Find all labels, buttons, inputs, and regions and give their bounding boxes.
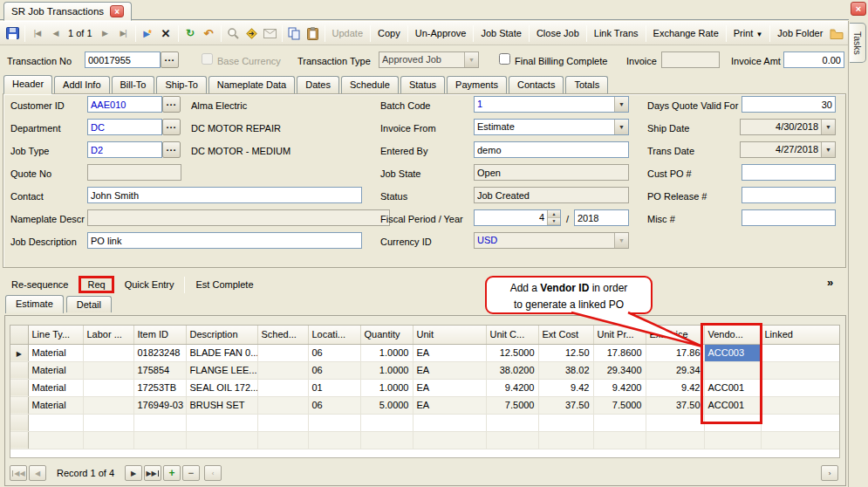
overflow-chevron-button[interactable]: » (827, 276, 833, 289)
col-header-labor[interactable]: Labor ... (83, 326, 133, 344)
col-header-sched[interactable]: Sched... (257, 326, 308, 344)
row-selector[interactable] (10, 396, 28, 414)
tab-nameplate-data[interactable]: Nameplate Data (208, 76, 296, 93)
unapprove-button[interactable]: Un-Approve (411, 26, 471, 40)
tab-detail[interactable]: Detail (66, 296, 112, 312)
tasks-side-tab[interactable]: Tasks (850, 23, 866, 63)
cell-unit-price[interactable]: 7.5000 (593, 396, 646, 414)
cell-item-id[interactable]: 17253TB (133, 379, 186, 396)
spin-up-icon[interactable]: ▲ (548, 210, 560, 218)
customer-id-input[interactable] (87, 96, 162, 113)
cell-description[interactable]: FLANGE LEE... (186, 361, 257, 379)
cell-line-type[interactable]: Material (28, 361, 83, 379)
cell-location[interactable]: 06 (308, 361, 360, 379)
col-header-unit[interactable]: Unit (413, 326, 486, 344)
col-header-line-type[interactable]: Line Ty... (28, 326, 83, 344)
cell-sched[interactable] (257, 361, 308, 379)
tab-close-icon[interactable]: × (110, 5, 124, 17)
delete-row-button[interactable]: − (182, 465, 200, 481)
scroll-left-button[interactable]: ‹ (204, 465, 222, 481)
cell-unit-cost[interactable]: 7.5000 (486, 396, 538, 414)
new-record-button[interactable]: ▶* (139, 24, 157, 42)
last-record-button[interactable]: ▶| (114, 24, 133, 42)
col-header-linked[interactable]: Linked (761, 326, 839, 344)
cust-po-input[interactable] (742, 164, 836, 181)
spinner-buttons[interactable]: ▲▼ (547, 210, 560, 225)
preview-button[interactable] (224, 24, 243, 42)
contact-input[interactable] (87, 187, 362, 203)
spin-down-icon[interactable]: ▼ (548, 218, 560, 226)
tab-status[interactable]: Status (400, 76, 445, 93)
scroll-right-button[interactable]: › (821, 465, 838, 481)
quick-entry-button[interactable]: Quick Entry (117, 279, 182, 290)
document-tab[interactable]: SR Job Transactions × (3, 2, 132, 21)
misc-input[interactable] (742, 209, 836, 226)
cell-sched[interactable] (257, 396, 308, 414)
undo-button[interactable]: ↶ (200, 24, 218, 42)
fiscal-period-stepper[interactable]: 4 ▲▼ (474, 209, 561, 226)
req-button[interactable]: Req (87, 279, 105, 290)
est-complete-button[interactable]: Est Complete (188, 279, 261, 290)
cell-line-type[interactable]: Material (28, 396, 83, 414)
delete-button[interactable]: ✕ (157, 24, 175, 42)
trans-date-picker[interactable]: 4/27/2018 ▼ (740, 141, 836, 158)
first-record-button[interactable]: |◀ (28, 24, 46, 42)
cell-ext-price[interactable]: 37.50 (646, 396, 704, 414)
tab-contacts[interactable]: Contacts (509, 76, 564, 93)
entered-by-input[interactable] (474, 141, 629, 158)
close-job-button[interactable]: Close Job (532, 26, 584, 40)
cell-unit[interactable]: EA (413, 396, 486, 414)
previous-record-button[interactable]: ◀ (46, 24, 65, 42)
batch-code-select[interactable]: 1 ▼ (474, 96, 629, 113)
col-header-quantity[interactable]: Quantity (360, 326, 413, 344)
department-lookup-button[interactable]: ... (162, 119, 181, 135)
paste-button[interactable] (304, 24, 322, 42)
tab-schedule[interactable]: Schedule (341, 76, 399, 93)
resequence-button[interactable]: Re-sequence (3, 279, 76, 290)
cell-unit-cost[interactable]: 9.4200 (486, 379, 538, 396)
horizontal-scrollbar[interactable]: ‹ › (204, 465, 838, 481)
copy-record-button[interactable] (285, 24, 304, 42)
days-quote-valid-input[interactable] (742, 96, 836, 113)
copy-button[interactable]: Copy (373, 26, 405, 40)
cell-line-type[interactable]: Material (28, 379, 83, 396)
cell-quantity[interactable]: 1.0000 (360, 344, 413, 361)
cell-quantity[interactable]: 1.0000 (360, 361, 413, 379)
cell-item-id[interactable]: 176949-03 (133, 396, 186, 414)
cell-sched[interactable] (257, 344, 308, 361)
tab-estimate[interactable]: Estimate (5, 295, 64, 313)
chevron-down-icon[interactable]: ▼ (821, 142, 835, 157)
cell-description[interactable]: BLADE FAN 0... (186, 344, 257, 361)
chevron-down-icon[interactable]: ▼ (614, 120, 628, 134)
next-row-button[interactable]: ▶ (125, 465, 142, 481)
cell-unit[interactable]: EA (413, 361, 486, 379)
cell-ext-price[interactable]: 29.34 (646, 361, 704, 379)
department-input[interactable] (87, 119, 162, 135)
job-type-lookup-button[interactable]: ... (162, 141, 181, 158)
cell-ext-price[interactable]: 9.42 (646, 379, 704, 396)
job-folder-icon-button[interactable] (827, 24, 845, 42)
col-header-description[interactable]: Description (186, 326, 257, 344)
cell-location[interactable]: 06 (308, 396, 360, 414)
cell-linked[interactable] (761, 396, 839, 414)
tab-ship-to[interactable]: Ship-To (156, 76, 206, 93)
cell-quantity[interactable]: 1.0000 (360, 379, 413, 396)
link-trans-button[interactable]: Link Trans (590, 26, 643, 40)
job-folder-button[interactable]: Job Folder (773, 26, 827, 40)
previous-row-button[interactable]: ◀ (29, 465, 46, 481)
cell-ext-cost[interactable]: 38.02 (538, 361, 593, 379)
first-row-button[interactable]: ◀◀ (10, 465, 27, 481)
cell-labor[interactable] (83, 361, 133, 379)
transaction-no-input[interactable] (85, 51, 161, 68)
cell-labor[interactable] (83, 379, 133, 396)
tab-header[interactable]: Header (3, 75, 52, 94)
cell-labor[interactable] (83, 396, 133, 414)
print-button[interactable]: Print▼ (729, 26, 768, 40)
transaction-no-lookup-button[interactable]: ... (161, 51, 179, 68)
job-type-input[interactable] (87, 141, 162, 158)
tab-bill-to[interactable]: Bill-To (112, 76, 155, 93)
navigate-button[interactable] (243, 24, 261, 42)
cell-unit[interactable]: EA (413, 379, 486, 396)
row-selector[interactable] (10, 361, 28, 379)
last-row-button[interactable]: ▶▶ (144, 465, 161, 481)
